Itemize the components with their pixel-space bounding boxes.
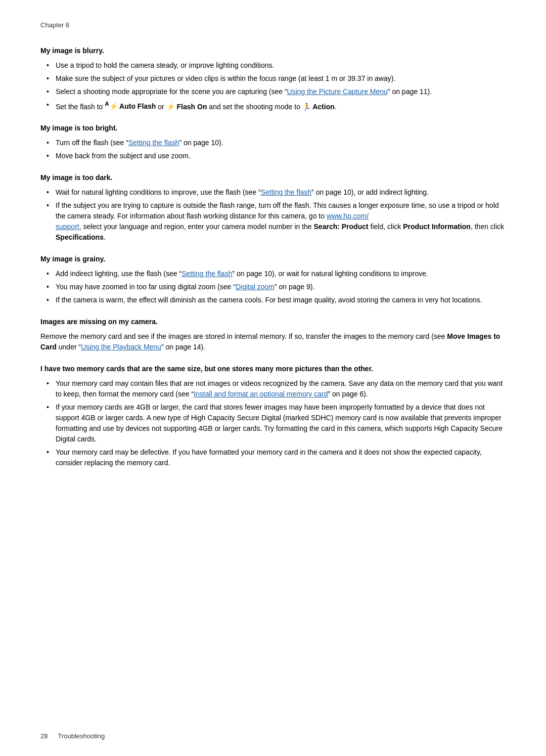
list-item: Turn off the flash (see “Setting the fla…: [40, 138, 506, 148]
footer-page-number: 28: [40, 731, 48, 741]
list-item: Make sure the subject of your pictures o…: [40, 73, 506, 84]
specifications-label: Specifications: [56, 233, 104, 241]
section-list-blurry: Use a tripod to hold the camera steady, …: [40, 60, 506, 112]
list-item: If the camera is warm, the effect will d…: [40, 295, 506, 305]
footer-section-label: Troubleshooting: [58, 731, 105, 741]
link-setting-flash-dark[interactable]: Setting the flash: [261, 188, 311, 196]
flash-on-icon-text: ⚡ Flash On: [166, 102, 207, 110]
section-blurry: My image is blurry. Use a tripod to hold…: [40, 46, 506, 112]
list-item: You may have zoomed in too far using dig…: [40, 282, 506, 292]
missing-images-text: Remove the memory card and see if the im…: [40, 331, 506, 352]
section-title-too-bright: My image is too bright.: [40, 123, 506, 134]
list-item: Move back from the subject and use zoom.: [40, 151, 506, 161]
list-item: Use a tripod to hold the camera steady, …: [40, 60, 506, 71]
search-product-label: Search: Product: [314, 223, 369, 231]
section-title-grainy: My image is grainy.: [40, 254, 506, 264]
list-item: Set the flash to A⚡ Auto Flash or ⚡ Flas…: [40, 100, 506, 112]
product-information-label: Product Information: [403, 223, 471, 231]
list-item: Your memory card may be defective. If yo…: [40, 447, 506, 468]
section-title-blurry: My image is blurry.: [40, 46, 506, 56]
link-playback-menu[interactable]: Using the Playback Menu: [81, 343, 161, 351]
section-missing-images: Images are missing on my camera. Remove …: [40, 317, 506, 352]
section-memory-cards: I have two memory cards that are the sam…: [40, 364, 506, 468]
section-list-memory-cards: Your memory card may contain files that …: [40, 378, 506, 468]
section-title-memory-cards: I have two memory cards that are the sam…: [40, 364, 506, 374]
section-title-missing-images: Images are missing on my camera.: [40, 317, 506, 327]
chapter-header: Chapter 8: [40, 20, 506, 30]
list-item: Select a shooting mode appropriate for t…: [40, 86, 506, 97]
auto-flash-icon-text: A⚡ Auto Flash: [105, 102, 156, 110]
link-install-format-card[interactable]: Install and format an optional memory ca…: [194, 390, 328, 398]
chapter-label: Chapter 8: [40, 21, 69, 29]
section-title-too-dark: My image is too dark.: [40, 172, 506, 183]
link-setting-flash-bright[interactable]: Setting the flash: [128, 139, 179, 147]
page-container: Chapter 8 My image is blurry. Use a trip…: [0, 0, 546, 510]
list-item: Add indirect lighting, use the flash (se…: [40, 269, 506, 279]
section-list-too-bright: Turn off the flash (see “Setting the fla…: [40, 138, 506, 161]
action-icon-text: 🏃 Action: [302, 102, 335, 110]
list-item: Wait for natural lighting conditions to …: [40, 187, 506, 198]
section-too-bright: My image is too bright. Turn off the fla…: [40, 123, 506, 161]
list-item: Your memory card may contain files that …: [40, 378, 506, 399]
link-setting-flash-grainy[interactable]: Setting the flash: [181, 270, 232, 278]
link-picture-capture-menu[interactable]: Using the Picture Capture Menu: [287, 87, 388, 96]
section-list-grainy: Add indirect lighting, use the flash (se…: [40, 269, 506, 305]
section-list-too-dark: Wait for natural lighting conditions to …: [40, 187, 506, 243]
list-item: If your memory cards are 4GB or larger, …: [40, 402, 506, 444]
list-item: If the subject you are trying to capture…: [40, 200, 506, 243]
section-grainy: My image is grainy. Add indirect lightin…: [40, 254, 506, 305]
link-digital-zoom[interactable]: Digital zoom: [236, 283, 275, 291]
section-too-dark: My image is too dark. Wait for natural l…: [40, 172, 506, 243]
page-footer: 28 Troubleshooting: [40, 731, 506, 741]
